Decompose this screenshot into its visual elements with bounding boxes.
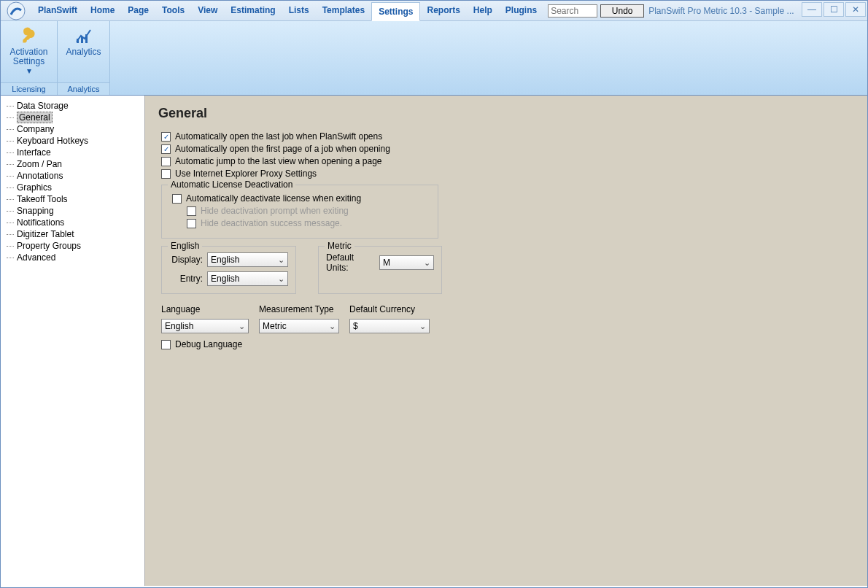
menu-planswift[interactable]: PlanSwift: [31, 1, 84, 20]
chk-hide-prompt: [187, 206, 196, 216]
tree-item-annotations[interactable]: Annotations: [4, 170, 142, 182]
minimize-button[interactable]: —: [802, 2, 822, 17]
tree-item-takeoff-tools[interactable]: Takeoff Tools: [4, 193, 142, 205]
chk-hide-success: [187, 219, 196, 228]
tree-item-digitizer-tablet[interactable]: Digitizer Tablet: [4, 228, 142, 240]
tree-item-general[interactable]: General: [4, 112, 142, 123]
analytics-icon: [74, 26, 94, 46]
analytics-button[interactable]: Analytics: [55, 21, 111, 59]
svg-rect-3: [85, 34, 88, 43]
chk-label: Hide deactivation prompt when exiting: [201, 206, 349, 216]
menu-plugins[interactable]: Plugins: [499, 1, 543, 20]
group-title: Automatic License Deactivation: [168, 179, 295, 190]
settings-tree: Data StorageGeneralCompanyKeyboard Hotke…: [1, 96, 145, 586]
panel-heading: General: [158, 106, 854, 121]
activation-settings-button[interactable]: Activation Settings ▾: [0, 21, 58, 78]
display-combo[interactable]: English: [207, 252, 288, 267]
maximize-button[interactable]: ☐: [824, 2, 844, 17]
tree-item-property-groups[interactable]: Property Groups: [4, 240, 142, 252]
measurement-type-label: Measurement Type: [259, 304, 339, 314]
close-button[interactable]: ✕: [845, 2, 866, 17]
chk-label: Hide deactivation success message.: [201, 218, 342, 228]
search-input[interactable]: [548, 4, 597, 18]
entry-combo[interactable]: English: [207, 271, 288, 286]
menu-templates[interactable]: Templates: [316, 1, 371, 20]
svg-rect-1: [77, 39, 79, 43]
default-units-combo[interactable]: M: [379, 255, 434, 270]
ribbon: Activation Settings ▾ Licensing Analytic…: [1, 21, 867, 96]
menu-lists[interactable]: Lists: [282, 1, 316, 20]
menu-reports[interactable]: Reports: [420, 1, 466, 20]
chk-open-first-page[interactable]: ✓: [161, 144, 171, 154]
tree-item-zoom-pan[interactable]: Zoom / Pan: [4, 158, 142, 170]
menu-home[interactable]: Home: [84, 1, 121, 20]
svg-rect-2: [81, 36, 83, 43]
default-currency-combo[interactable]: $: [349, 319, 430, 333]
chk-label: Automatically deactivate license when ex…: [186, 193, 361, 204]
chk-label: Debug Language: [175, 339, 242, 349]
group-title: English: [168, 241, 202, 251]
menu-help[interactable]: Help: [467, 1, 499, 20]
display-label: Display:: [169, 255, 203, 265]
menu-view[interactable]: View: [191, 1, 224, 20]
tree-item-data-storage[interactable]: Data Storage: [4, 100, 142, 112]
chk-auto-deactivate[interactable]: [172, 194, 182, 204]
group-title: Metric: [325, 241, 354, 251]
chk-label: Automatic jump to the last view when ope…: [175, 156, 382, 166]
default-currency-label: Default Currency: [349, 304, 430, 314]
settings-panel: General ✓Automatically open the last job…: [145, 96, 867, 586]
undo-button[interactable]: Undo: [600, 4, 644, 18]
chk-label: Automatically open the first page of a j…: [175, 144, 390, 154]
menu-settings[interactable]: Settings: [371, 2, 420, 21]
tree-item-notifications[interactable]: Notifications: [4, 217, 142, 228]
menu-tools[interactable]: Tools: [155, 1, 191, 20]
tree-item-advanced[interactable]: Advanced: [4, 252, 142, 263]
tree-item-graphics[interactable]: Graphics: [4, 182, 142, 193]
window-title: PlanSwift Pro Metric 10.3 - Sample ...: [648, 6, 794, 16]
key-icon: [19, 26, 39, 46]
chk-jump-last-view[interactable]: [161, 157, 171, 166]
tree-item-interface[interactable]: Interface: [4, 147, 142, 158]
menubar: PlanSwiftHomePageToolsViewEstimatingList…: [1, 1, 867, 21]
measurement-type-combo[interactable]: Metric: [259, 319, 339, 333]
menu-estimating[interactable]: Estimating: [224, 1, 282, 20]
app-logo-icon[interactable]: [4, 1, 28, 20]
tree-item-company[interactable]: Company: [4, 123, 142, 135]
tree-item-snapping[interactable]: Snapping: [4, 205, 142, 217]
licensing-footer: Licensing: [1, 82, 57, 95]
entry-label: Entry:: [169, 274, 203, 284]
chk-ie-proxy[interactable]: [161, 169, 171, 179]
chk-debug-language[interactable]: [161, 340, 171, 349]
activation-label: Activation Settings ▾: [7, 47, 50, 76]
svg-point-0: [7, 2, 25, 20]
analytics-label: Analytics: [63, 47, 104, 57]
chk-label: Use Internet Explorer Proxy Settings: [175, 169, 317, 179]
menu-page[interactable]: Page: [121, 1, 155, 20]
tree-item-keyboard-hotkeys[interactable]: Keyboard Hotkeys: [4, 135, 142, 147]
chk-label: Automatically open the last job when Pla…: [175, 131, 382, 142]
default-units-label: Default Units:: [326, 252, 375, 273]
chk-open-last-job[interactable]: ✓: [161, 132, 171, 142]
analytics-footer: Analytics: [58, 82, 109, 95]
language-combo[interactable]: English: [161, 319, 249, 333]
language-label: Language: [161, 304, 249, 314]
